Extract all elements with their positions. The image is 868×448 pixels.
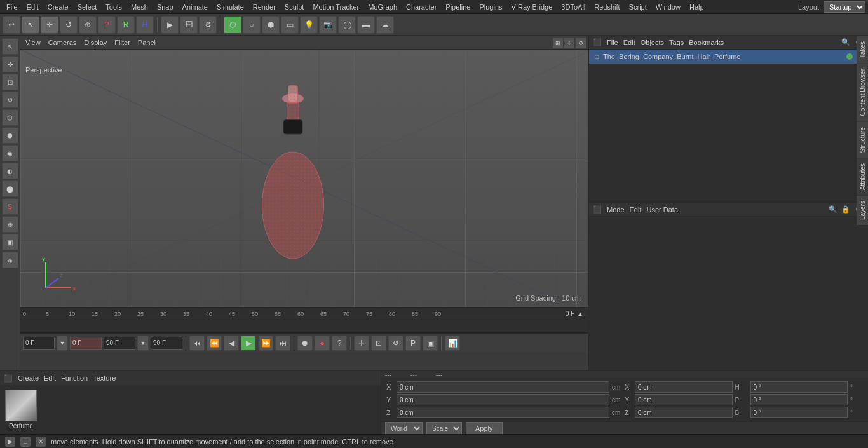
- tab-attributes[interactable]: Attributes: [857, 158, 868, 195]
- tool-sculpt[interactable]: ⬤: [2, 180, 18, 197]
- menu-plugins[interactable]: Plugins: [475, 2, 506, 12]
- toolbar-light[interactable]: 💡: [300, 16, 318, 34]
- toolbar-x-axis[interactable]: P: [98, 16, 116, 34]
- toolbar-cube[interactable]: ⬡: [224, 16, 241, 34]
- material-perfume[interactable]: Perfume: [5, 390, 37, 430]
- menu-create[interactable]: Create: [44, 2, 72, 12]
- toolbar-ipr[interactable]: 🎞: [180, 16, 198, 34]
- record[interactable]: ⏺: [297, 336, 313, 351]
- status-render-icon[interactable]: ▶: [5, 437, 15, 447]
- frame-arrow[interactable]: ▲: [577, 310, 583, 317]
- y1-input[interactable]: [397, 394, 609, 405]
- attr-search[interactable]: 🔍: [827, 204, 839, 215]
- obj-menu-tags[interactable]: Tags: [669, 39, 684, 46]
- status-close-icon[interactable]: ✕: [36, 437, 46, 447]
- viewport-menu-view[interactable]: View: [25, 39, 41, 46]
- toolbar-scale[interactable]: ⊕: [79, 16, 97, 34]
- viewport-menu-panel[interactable]: Panel: [138, 39, 156, 46]
- move-key[interactable]: ✛: [354, 336, 369, 351]
- tool-grid[interactable]: ▣: [2, 234, 18, 250]
- h-input[interactable]: [750, 381, 848, 393]
- attr-user-data[interactable]: User Data: [647, 206, 679, 214]
- frame-input-arrow[interactable]: ▼: [57, 336, 68, 351]
- x2-input[interactable]: [635, 381, 733, 393]
- mat-function[interactable]: Function: [61, 374, 88, 382]
- tool-s[interactable]: S: [2, 198, 18, 215]
- menu-script[interactable]: Script: [625, 2, 651, 12]
- key-all[interactable]: ▣: [423, 336, 438, 351]
- world-dropdown[interactable]: World Object: [385, 422, 423, 435]
- toolbar-floor[interactable]: ▬: [357, 16, 375, 34]
- attr-edit[interactable]: Edit: [630, 206, 642, 214]
- menu-mesh[interactable]: Mesh: [127, 2, 152, 12]
- viewport-menu-cameras[interactable]: Cameras: [48, 39, 77, 46]
- menu-mograph[interactable]: MoGraph: [364, 2, 401, 12]
- menu-character[interactable]: Character: [402, 2, 440, 12]
- tab-layers[interactable]: Layers: [857, 195, 868, 225]
- toolbar-y-axis[interactable]: R: [117, 16, 135, 34]
- menu-render[interactable]: Render: [249, 2, 280, 12]
- toolbar-rotate[interactable]: ↺: [60, 16, 78, 34]
- scale-dropdown[interactable]: Scale Size: [426, 422, 462, 435]
- toolbar-sphere[interactable]: ○: [243, 16, 261, 34]
- menu-window[interactable]: Window: [652, 2, 684, 12]
- toolbar-plane[interactable]: ▭: [281, 16, 299, 34]
- menu-help[interactable]: Help: [686, 2, 708, 12]
- menu-sculpt[interactable]: Sculpt: [281, 2, 308, 12]
- menu-vray[interactable]: V-Ray Bridge: [508, 2, 557, 12]
- attr-mode[interactable]: Mode: [607, 206, 625, 214]
- mat-edit[interactable]: Edit: [44, 374, 56, 382]
- object-item[interactable]: ⊡ The_Boring_Company_Burnt_Hair_Perfume: [589, 50, 868, 64]
- end-frame-arrow[interactable]: ▼: [137, 336, 149, 351]
- go-end[interactable]: ⏭: [275, 336, 290, 351]
- viewport-move[interactable]: ✛: [564, 38, 574, 48]
- toolbar-undo[interactable]: ↩: [3, 16, 20, 34]
- menu-redshift[interactable]: Redshift: [590, 2, 623, 12]
- menu-simulate[interactable]: Simulate: [213, 2, 248, 12]
- obj-menu-edit[interactable]: Edit: [623, 39, 635, 46]
- obj-search[interactable]: 🔍: [840, 37, 851, 48]
- z2-input[interactable]: [635, 407, 733, 418]
- toolbar-cylinder[interactable]: ⬢: [262, 16, 280, 34]
- x1-input[interactable]: [397, 381, 609, 393]
- viewport-expand[interactable]: ⊞: [553, 38, 563, 48]
- tool-select[interactable]: ↖: [2, 38, 18, 55]
- current-frame-input[interactable]: [70, 337, 102, 350]
- viewport-settings[interactable]: ⚙: [576, 38, 586, 48]
- attr-lock[interactable]: 🔒: [840, 204, 851, 215]
- obj-menu-objects[interactable]: Objects: [641, 39, 664, 46]
- mat-texture[interactable]: Texture: [93, 374, 116, 382]
- param-key[interactable]: P: [405, 336, 421, 351]
- step-back[interactable]: ⏪: [207, 336, 222, 351]
- auto-key[interactable]: ●: [315, 336, 330, 351]
- tool-add[interactable]: ⊕: [2, 216, 18, 233]
- viewport-menu-filter[interactable]: Filter: [114, 39, 130, 46]
- tool-move[interactable]: ✛: [2, 56, 18, 72]
- max-frame-input[interactable]: [151, 337, 182, 350]
- z1-input[interactable]: [397, 407, 609, 418]
- end-frame-input[interactable]: [104, 337, 135, 350]
- tool-paint[interactable]: ◐: [2, 163, 18, 179]
- menu-3dtoall[interactable]: 3DToAll: [557, 2, 589, 12]
- step-forward[interactable]: ⏩: [258, 336, 273, 351]
- toolbar-camera[interactable]: 📷: [319, 16, 337, 34]
- y2-input[interactable]: [635, 394, 733, 405]
- tool-snap[interactable]: ◈: [2, 252, 18, 268]
- tool-polygon[interactable]: ⬡: [2, 109, 18, 126]
- status-window-icon[interactable]: □: [20, 437, 31, 447]
- tab-structure[interactable]: Structure: [857, 121, 868, 158]
- obj-menu-file[interactable]: File: [607, 39, 618, 46]
- apply-button[interactable]: Apply: [466, 422, 503, 435]
- menu-animate[interactable]: Animate: [179, 2, 212, 12]
- timeline-view[interactable]: 📊: [445, 336, 460, 351]
- scale-key[interactable]: ⊡: [371, 336, 386, 351]
- menu-snap[interactable]: Snap: [153, 2, 177, 12]
- viewport-canvas[interactable]: X Y Z Perspective Grid Spacing : 10 cm: [20, 50, 588, 307]
- viewport-menu-display[interactable]: Display: [84, 39, 107, 46]
- menu-motion-tracker[interactable]: Motion Tracker: [309, 2, 363, 12]
- p-input[interactable]: [750, 394, 848, 405]
- start-frame-input[interactable]: [23, 337, 55, 350]
- tool-rotate[interactable]: ↺: [2, 92, 18, 108]
- toolbar-obj-mode[interactable]: ↖: [22, 16, 39, 34]
- mat-create[interactable]: Create: [18, 374, 39, 382]
